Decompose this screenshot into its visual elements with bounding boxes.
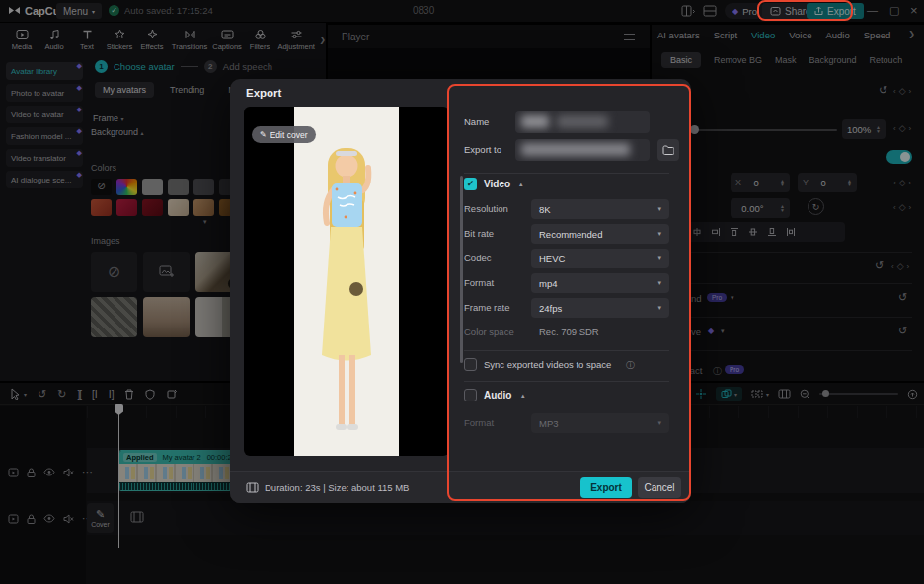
bitrate-dropdown[interactable]: Recommended▾: [531, 224, 669, 244]
capcut-window: CapCut Menu▾ ✓ Auto saved: 17:15:24 0830…: [0, 0, 924, 584]
browse-folder-button[interactable]: [657, 139, 679, 161]
colorspace-label: Color space: [464, 327, 514, 337]
video-collapse-icon[interactable]: ▴: [519, 181, 523, 188]
audio-format-dropdown-disabled: MP3▾: [531, 413, 669, 433]
export-dialog: Export ✎ Edit cover: [230, 79, 691, 503]
sync-label: Sync exported videos to space: [484, 359, 611, 370]
export-meta: Duration: 23s | Size: about 115 MB: [230, 482, 409, 493]
audio-checkbox-unchecked[interactable]: [464, 389, 477, 402]
name-label: Name: [464, 116, 489, 127]
dialog-title: Export: [246, 87, 281, 99]
framerate-dropdown[interactable]: 24fps▾: [531, 298, 669, 318]
sync-checkbox-unchecked[interactable]: [464, 358, 477, 371]
colorspace-value: Rec. 709 SDR: [539, 327, 599, 337]
resolution-label: Resolution: [464, 203, 508, 214]
codec-dropdown[interactable]: HEVC▾: [531, 249, 669, 268]
cancel-button[interactable]: Cancel: [638, 477, 681, 498]
framerate-label: Frame rate: [464, 302, 509, 313]
film-icon: [246, 482, 259, 493]
cover-preview: ✎ Edit cover: [244, 107, 449, 456]
settings-scrollbar[interactable]: [460, 176, 463, 363]
bitrate-label: Bit rate: [464, 228, 494, 239]
edit-cover-button[interactable]: ✎ Edit cover: [252, 126, 316, 143]
export-path-input[interactable]: [515, 139, 650, 161]
format-dropdown[interactable]: mp4▾: [531, 273, 669, 293]
export-settings: Name Export to ✓ Video ▴ Resolution 8K▾ …: [450, 79, 691, 471]
resolution-dropdown[interactable]: 8K▾: [531, 199, 669, 219]
pencil-icon: ✎: [260, 130, 267, 139]
info-icon: ⓘ: [626, 359, 635, 372]
name-input[interactable]: [515, 111, 650, 133]
audio-collapse-icon[interactable]: ▴: [521, 392, 525, 400]
export-confirm-button[interactable]: Export: [580, 477, 632, 498]
video-checkbox-checked[interactable]: ✓: [464, 178, 477, 190]
audio-section-label: Audio: [484, 390, 511, 401]
format-label: Format: [464, 277, 494, 288]
video-section-label: Video: [484, 179, 510, 189]
dialog-footer: Duration: 23s | Size: about 115 MB Expor…: [230, 471, 691, 503]
cover-preview-image: [294, 107, 399, 456]
audio-format-label: Format: [464, 417, 494, 428]
codec-label: Codec: [464, 253, 491, 263]
export-to-label: Export to: [464, 144, 501, 155]
folder-icon: [662, 145, 674, 155]
